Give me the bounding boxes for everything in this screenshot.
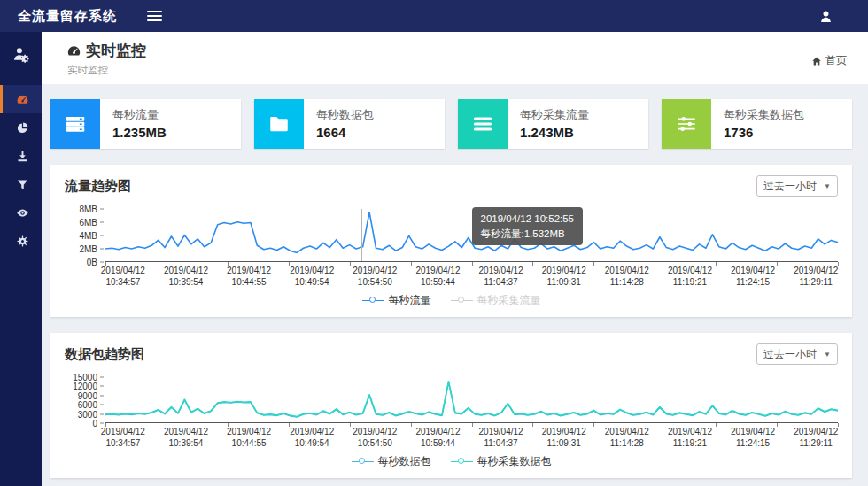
- y-tick-label: 12000: [73, 382, 104, 391]
- page-header: 实时监控 实时监控 首页: [42, 32, 868, 84]
- x-tick-label: 2019/04/1210:44:55: [218, 427, 280, 449]
- panel-title: 数据包趋势图: [65, 346, 144, 363]
- stat-value: 1736: [724, 125, 804, 140]
- sidebar-item-filter[interactable]: [0, 170, 42, 198]
- server-icon: [64, 112, 87, 135]
- user-icon[interactable]: [810, 0, 841, 32]
- x-tick-label: 2019/04/1210:54:50: [344, 427, 406, 449]
- x-tick-label: 2019/04/1210:34:57: [92, 427, 154, 449]
- x-tick-label: 2019/04/1211:04:37: [470, 266, 532, 288]
- x-tick-label: 2019/04/1211:29:11: [785, 266, 847, 288]
- stats-row: 每秒流量 1.235MB 每秒数据包 1664 每秒采集流量 1.243MB: [50, 99, 852, 149]
- user-gear-icon[interactable]: [0, 32, 42, 76]
- y-tick-label: 2MB: [79, 244, 104, 254]
- y-tick-label: 15000: [73, 373, 104, 382]
- sidebar-item-download[interactable]: [0, 142, 42, 170]
- x-tick-label: 2019/04/1211:24:15: [722, 266, 784, 288]
- x-tick-label: 2019/04/1211:29:11: [785, 427, 847, 449]
- x-tick-label: 2019/04/1210:34:57: [92, 266, 154, 288]
- download-icon: [16, 150, 29, 163]
- x-tick-label: 2019/04/1211:19:21: [659, 427, 721, 449]
- x-tick-label: 2019/04/1211:09:31: [533, 266, 595, 288]
- x-tick-label: 2019/04/1210:59:44: [407, 266, 469, 288]
- x-tick-label: 2019/04/1211:24:15: [722, 427, 784, 449]
- folder-icon: [267, 112, 291, 135]
- sidebar-item-analytics[interactable]: [0, 113, 42, 142]
- stat-label: 每秒采集流量: [520, 107, 589, 123]
- stat-label: 每秒流量: [112, 107, 167, 123]
- breadcrumb[interactable]: 首页: [811, 53, 847, 68]
- y-tick-label: 3000: [78, 409, 104, 419]
- x-tick-label: 2019/04/1210:39:54: [155, 427, 217, 449]
- app-brand: 全流量留存系统: [0, 8, 136, 25]
- x-tick-label: 2019/04/1210:44:55: [218, 266, 280, 288]
- top-navbar: 全流量留存系统: [0, 0, 868, 32]
- pie-chart-icon: [16, 121, 29, 135]
- traffic-trend-chart: 8MB6MB4MB2MB0B 2019/04/12 10:52:55 每秒流量:…: [65, 209, 838, 308]
- chevron-down-icon: ▼: [824, 182, 831, 190]
- packet-trend-panel: 数据包趋势图 过去一小时 ▼ 15000120009000600030000 2…: [50, 333, 852, 478]
- legend-item[interactable]: 每秒流量: [362, 293, 431, 308]
- series-line: [105, 382, 838, 417]
- y-axis: 15000120009000600030000: [65, 377, 105, 423]
- x-tick-label: 2019/04/1210:39:54: [155, 266, 217, 288]
- y-tick-label: 8MB: [79, 204, 104, 214]
- sliders-icon: [675, 112, 698, 135]
- sidebar: [0, 32, 42, 486]
- x-tick-label: 2019/04/1211:09:31: [533, 427, 595, 449]
- stat-label: 每秒采集数据包: [724, 107, 804, 123]
- main-content: 每秒流量 1.235MB 每秒数据包 1664 每秒采集流量 1.243MB: [42, 84, 868, 486]
- dashboard-icon: [66, 43, 81, 58]
- packet-trend-chart: 15000120009000600030000 2019/04/1210:34:…: [65, 377, 838, 469]
- traffic-trend-panel: 流量趋势图 过去一小时 ▼ 8MB6MB4MB2MB0B 2019/04/12 …: [50, 165, 852, 317]
- y-tick-label: 9000: [78, 390, 104, 400]
- y-tick-label: 6MB: [79, 218, 104, 228]
- stat-value: 1664: [316, 125, 374, 140]
- stat-card-collected-packets: 每秒采集数据包 1736: [662, 99, 852, 149]
- x-tick-label: 2019/04/1211:14:28: [596, 427, 658, 449]
- y-axis: 8MB6MB4MB2MB0B: [65, 209, 105, 262]
- legend-item[interactable]: 每秒数据包: [352, 454, 431, 469]
- filter-icon: [16, 178, 29, 191]
- x-tick-label: 2019/04/1210:54:50: [344, 266, 406, 288]
- crosshair-line: [361, 209, 362, 261]
- x-tick-label: 2019/04/1210:49:54: [281, 266, 343, 288]
- x-tick-label: 2019/04/1211:19:21: [659, 266, 721, 288]
- x-tick-label: 2019/04/1210:49:54: [281, 427, 343, 449]
- time-range-select[interactable]: 过去一小时 ▼: [756, 175, 838, 197]
- breadcrumb-home[interactable]: 首页: [825, 53, 847, 68]
- plot-area[interactable]: [105, 377, 838, 423]
- chart-legend: 每秒数据包每秒采集数据包: [65, 453, 838, 469]
- stat-card-packets: 每秒数据包 1664: [254, 99, 445, 149]
- plot-area[interactable]: 2019/04/12 10:52:55 每秒流量:1.532MB: [105, 209, 838, 262]
- x-tick-label: 2019/04/1210:59:44: [407, 427, 469, 449]
- sidebar-item-settings[interactable]: [0, 227, 42, 255]
- x-axis: 2019/04/1210:34:572019/04/1210:39:542019…: [105, 262, 838, 290]
- gear-icon: [16, 235, 29, 248]
- y-tick-label: 6000: [78, 400, 104, 410]
- legend-item[interactable]: 每秒采集数据包: [451, 454, 552, 469]
- eye-icon: [16, 206, 29, 220]
- chevron-down-icon: ▼: [824, 351, 831, 359]
- page-title: 实时监控: [86, 41, 146, 61]
- time-range-select[interactable]: 过去一小时 ▼: [756, 343, 838, 365]
- sidebar-item-dashboard[interactable]: [0, 85, 42, 113]
- home-icon: [811, 56, 822, 66]
- x-tick-label: 2019/04/1211:14:28: [596, 266, 658, 288]
- stat-label: 每秒数据包: [316, 107, 374, 123]
- panel-title: 流量趋势图: [65, 178, 131, 195]
- stat-card-collected-traffic: 每秒采集流量 1.243MB: [458, 99, 648, 149]
- chart-legend: 每秒流量每秒采集流量: [65, 292, 838, 308]
- stat-value: 1.243MB: [520, 125, 589, 140]
- stat-card-traffic: 每秒流量 1.235MB: [50, 99, 241, 149]
- x-tick-label: 2019/04/1211:04:37: [470, 427, 532, 449]
- list-icon: [471, 112, 494, 135]
- sidebar-menu: [0, 85, 42, 255]
- series-line: [105, 212, 838, 253]
- stat-value: 1.235MB: [112, 125, 167, 140]
- x-axis: 2019/04/1210:34:572019/04/1210:39:542019…: [105, 423, 838, 451]
- dashboard-icon: [16, 93, 29, 106]
- legend-item[interactable]: 每秒采集流量: [451, 293, 541, 308]
- sidebar-item-view[interactable]: [0, 198, 42, 227]
- hamburger-icon[interactable]: [136, 0, 172, 32]
